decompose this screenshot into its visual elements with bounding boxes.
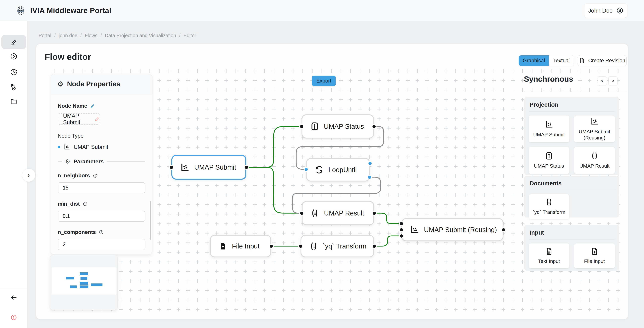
port-yq-in[interactable] [299, 245, 302, 248]
parameters-divider: ⚙ Parameters [58, 158, 145, 165]
node-umap-result[interactable]: UMAP Result [302, 201, 374, 225]
top-bar: IVIA Middleware Portal John Doe [0, 0, 644, 21]
palette-item-umap-submit-reusing[interactable]: UMAP Submit (Reusing) [574, 116, 615, 142]
node-umap-submit[interactable]: UMAP Submit [172, 155, 246, 180]
node-umap-submit-reusing[interactable]: UMAP Submit (Reusing) [401, 218, 504, 241]
palette-title: Synchronous [524, 74, 573, 84]
edit-pencil-blue-icon[interactable] [90, 104, 95, 109]
minimap[interactable] [50, 255, 118, 310]
info-square-icon [545, 152, 553, 160]
breadcrumb-separator: / [179, 33, 180, 38]
pencil-icon [10, 38, 18, 46]
collapse-sidebar-button[interactable] [1, 290, 26, 305]
info-circle-icon[interactable] [83, 202, 88, 206]
sidebar-item-tags[interactable] [1, 80, 26, 94]
node-name-value-box[interactable]: UMAP Submit [58, 113, 100, 125]
play-circle-icon [10, 53, 18, 60]
node-umap-status[interactable]: UMAP Status [302, 114, 374, 139]
text-document-icon [545, 247, 553, 255]
sidebar-item-editor[interactable] [1, 35, 26, 49]
breadcrumb-separator: / [80, 33, 82, 38]
create-revision-button[interactable]: Create Revision [578, 55, 626, 66]
folder-icon [10, 98, 18, 105]
param-input-n-components[interactable] [58, 239, 145, 250]
edge-yq-to-reusing [374, 236, 401, 246]
file-plus-icon [579, 57, 585, 64]
gear-icon: ⚙ [57, 80, 64, 88]
port-file-out[interactable] [270, 245, 273, 248]
breadcrumb: Portal / john.doe / Flows / Data Project… [38, 33, 196, 38]
node-yq-transform[interactable]: `yq` Transform [300, 235, 374, 257]
user-menu-button[interactable]: John Doe [584, 3, 627, 18]
port-status-in[interactable] [300, 125, 303, 128]
port-result-out[interactable] [373, 212, 376, 215]
port-reusing-in-1[interactable] [400, 222, 403, 225]
gear-icon: ⚙ [65, 158, 70, 165]
param-input-n-neighbors[interactable] [58, 182, 145, 193]
sidebar-item-run[interactable] [1, 49, 26, 64]
sidebar-item-files[interactable] [1, 94, 26, 109]
port-reusing-in-2[interactable] [400, 228, 403, 231]
file-upload-icon [590, 247, 598, 255]
port-loop-in[interactable] [304, 168, 308, 171]
port-reusing-in-3[interactable] [400, 234, 403, 238]
node-loopuntil[interactable]: LoopUntil [306, 158, 370, 181]
properties-scrollbar[interactable] [150, 201, 151, 240]
node-file-input[interactable]: File Input [210, 235, 271, 257]
param-input-min-dist[interactable] [58, 211, 145, 222]
port-loop-out-top[interactable] [368, 162, 372, 165]
palette-item-umap-result[interactable]: UMAP Result [574, 147, 615, 174]
palette-section-projection: Projection UMAP Submit UMAP Submit (Reus… [524, 97, 619, 175]
palette-item-text-input[interactable]: Text Input [528, 243, 569, 268]
palette-item-label: UMAP Submit (Reusing) [576, 128, 613, 141]
sidebar-item-history[interactable] [1, 65, 26, 79]
palette-item-file-input[interactable]: File Input [574, 243, 615, 268]
palette-item-yq-transform[interactable]: `yq` Transform [528, 194, 569, 219]
info-circle-icon[interactable] [93, 173, 98, 178]
info-circle-icon[interactable] [99, 230, 104, 235]
palette-item-label: UMAP Submit [531, 132, 567, 138]
port-result-in[interactable] [300, 212, 304, 215]
chevron-right-icon: > [612, 78, 614, 84]
scatter-chart-icon [180, 163, 190, 172]
port-status-out[interactable] [372, 125, 376, 128]
port-reusing-out[interactable] [502, 228, 505, 231]
minimap-node-yq [80, 286, 88, 288]
chevron-right-icon: › [28, 171, 30, 179]
data-brackets-icon [309, 242, 318, 251]
export-button[interactable]: Export [312, 76, 336, 86]
scatter-chart-icon [545, 120, 554, 129]
param-label: min_dist [58, 201, 145, 207]
port-yq-out[interactable] [373, 245, 376, 248]
breadcrumb-portal[interactable]: Portal [38, 33, 51, 38]
flow-editor-card: Flow editor Graphical Textual Create Rev… [36, 44, 628, 319]
tab-graphical[interactable]: Graphical [519, 55, 549, 66]
breadcrumb-flows[interactable]: Flows [85, 33, 98, 38]
ivia-logo-icon [16, 5, 26, 16]
node-type-label: Node Type [58, 133, 145, 139]
palette-item-umap-status[interactable]: UMAP Status [528, 147, 569, 174]
palette-item-umap-submit[interactable]: UMAP Submit [528, 116, 569, 142]
expand-panel-button[interactable]: › [22, 168, 36, 182]
node-properties-title: Node Properties [67, 80, 120, 88]
scatter-chart-icon [410, 225, 419, 234]
node-type-row: UMAP Submit [58, 144, 145, 150]
tab-textual[interactable]: Textual [549, 55, 574, 66]
edges-layer [246, 126, 401, 246]
palette-next-button[interactable]: > [608, 76, 618, 85]
node-label: LoopUntil [328, 166, 357, 174]
breadcrumb-user[interactable]: john.doe [59, 33, 77, 38]
port-submit-in[interactable] [170, 166, 173, 169]
minimap-node-file [70, 286, 77, 288]
breadcrumb-flow-name[interactable]: Data Projection and Visualization [105, 33, 176, 38]
node-properties-body: Node Name UMAP Submit Node Type [51, 94, 152, 250]
edit-pencil-red-icon[interactable] [94, 117, 100, 122]
port-submit-out[interactable] [245, 166, 248, 169]
palette-prev-button[interactable]: < [598, 76, 607, 85]
data-brackets-icon [310, 209, 319, 218]
breadcrumb-editor[interactable]: Editor [184, 33, 196, 38]
scatter-chart-icon [590, 117, 599, 126]
section-title: Input [528, 229, 615, 236]
alerts-button[interactable] [1, 310, 26, 325]
port-loop-out-bottom[interactable] [368, 176, 371, 179]
